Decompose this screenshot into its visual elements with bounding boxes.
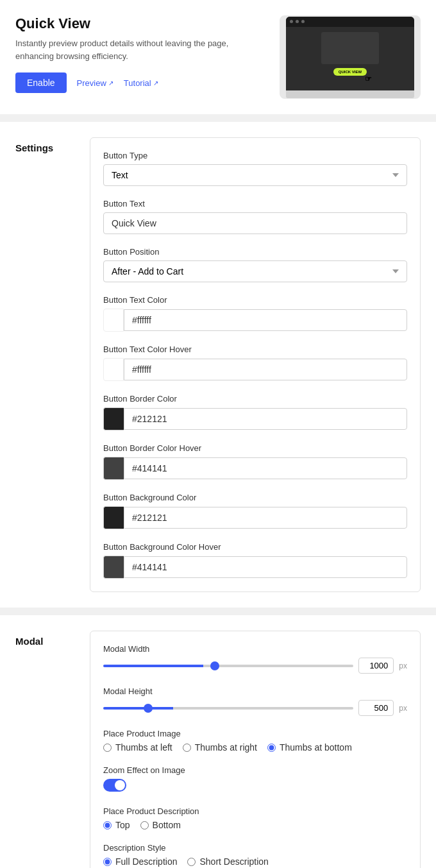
modal-width-value[interactable] [358,658,394,674]
radio-desc-bottom-input[interactable] [140,821,149,830]
radio-thumbs-left-label: Thumbs at left [115,742,172,753]
button-text-color-row [103,309,407,332]
button-border-color-input[interactable] [124,408,407,430]
settings-section-label: Settings [15,137,80,153]
radio-thumbs-bottom-input[interactable] [267,744,276,752]
place-product-desc-radio-group: Top Bottom [103,820,407,830]
radio-thumbs-bottom[interactable]: Thumbs at bottom [267,742,352,753]
place-product-image-label: Place Product Image [103,729,407,738]
radio-full-desc-input[interactable] [103,858,112,866]
button-text-color-hover-row [103,358,407,381]
button-border-color-hover-label: Button Border Color Hover [103,443,407,453]
button-border-color-label: Button Border Color [103,394,407,404]
modal-panel: Modal Width px Modal Height px Place Pro [90,631,421,868]
modal-section: Modal Modal Width px Modal Height px [0,615,436,868]
radio-short-desc-input[interactable] [187,858,196,866]
radio-full-description[interactable]: Full Description [103,856,177,867]
button-type-group: Button Type Text Icon Text + Icon [103,151,407,186]
radio-short-desc-label: Short Description [199,856,268,867]
preview-link[interactable]: Preview ↗ [77,78,113,88]
settings-section: Settings Button Type Text Icon Text + Ic… [0,122,436,608]
button-bg-color-group: Button Background Color [103,493,407,529]
modal-height-value[interactable] [358,700,394,716]
browser-bottom [286,90,414,98]
button-text-color-hover-input[interactable] [124,359,407,380]
hero-description: Instantly preview product details withou… [15,37,269,62]
radio-thumbs-right[interactable]: Thumbs at right [183,742,257,753]
button-text-group: Button Text [103,199,407,234]
radio-desc-top-input[interactable] [103,821,112,830]
modal-height-slider[interactable] [103,707,353,710]
description-style-radio-group: Full Description Short Description [103,856,407,867]
button-bg-color-hover-input[interactable] [124,556,407,578]
description-style-label: Description Style [103,843,407,853]
zoom-effect-toggle[interactable] [103,779,126,792]
radio-thumbs-left-input[interactable] [103,744,112,752]
external-link-icon-2: ↗ [153,80,158,87]
modal-width-slider[interactable] [103,665,353,667]
button-border-color-group: Button Border Color [103,394,407,430]
section-divider-1 [0,114,436,122]
modal-height-unit: px [399,704,407,713]
browser-dot-2 [296,20,299,23]
button-bg-color-hover-row [103,556,407,579]
section-divider-2 [0,608,436,615]
button-type-select[interactable]: Text Icon Text + Icon [103,164,407,186]
button-bg-color-hover-swatch[interactable] [103,556,124,579]
place-product-image-group: Place Product Image Thumbs at left Thumb… [103,729,407,753]
radio-desc-top-label: Top [115,820,130,830]
place-product-desc-label: Place Product Description [103,806,407,816]
button-border-color-hover-swatch[interactable] [103,457,124,480]
button-position-group: Button Position Before - Add to Cart Aft… [103,247,407,282]
tutorial-link-label: Tutorial [124,78,151,88]
zoom-effect-group: Zoom Effect on Image [103,765,407,794]
page-wrapper: Quick View Instantly preview product det… [0,0,436,868]
preview-link-label: Preview [77,78,106,88]
radio-desc-bottom-label: Bottom [153,820,181,830]
radio-thumbs-bottom-label: Thumbs at bottom [280,742,352,753]
modal-width-group: Modal Width px [103,644,407,674]
place-product-image-radio-group: Thumbs at left Thumbs at right Thumbs at… [103,742,407,753]
button-bg-color-hover-group: Button Background Color Hover [103,542,407,579]
radio-thumbs-right-label: Thumbs at right [195,742,257,753]
button-border-color-hover-input[interactable] [124,457,407,479]
modal-width-label: Modal Width [103,644,407,654]
radio-thumbs-right-input[interactable] [183,744,191,752]
button-text-label: Button Text [103,199,407,208]
button-text-color-label: Button Text Color [103,295,407,305]
hero-preview-image: QUICK VIEW ☞ [280,15,421,99]
button-border-color-swatch[interactable] [103,407,124,430]
hero-content: Quick View Instantly preview product det… [15,15,269,93]
modal-height-group: Modal Height px [103,686,407,716]
button-position-label: Button Position [103,247,407,257]
button-text-color-input[interactable] [124,309,407,331]
button-text-input[interactable] [103,212,407,234]
product-image-placeholder [321,32,379,64]
enable-button[interactable]: Enable [15,72,67,93]
browser-content: QUICK VIEW ☞ [286,27,414,90]
radio-full-desc-label: Full Description [115,856,177,867]
modal-height-slider-row: px [103,700,407,716]
hero-actions: Enable Preview ↗ Tutorial ↗ [15,72,269,93]
button-text-color-swatch[interactable] [103,309,124,332]
button-border-color-row [103,407,407,430]
zoom-effect-label: Zoom Effect on Image [103,765,407,775]
button-bg-color-swatch[interactable] [103,506,124,529]
radio-desc-bottom[interactable]: Bottom [140,820,181,830]
button-position-select[interactable]: Before - Add to Cart After - Add to Cart… [103,260,407,282]
button-text-color-hover-group: Button Text Color Hover [103,345,407,381]
browser-dot-1 [290,20,293,23]
hero-title: Quick View [15,15,269,32]
radio-desc-top[interactable]: Top [103,820,130,830]
button-text-color-hover-swatch[interactable] [103,358,124,381]
radio-short-description[interactable]: Short Description [187,856,268,867]
button-bg-color-input[interactable] [124,507,407,529]
button-bg-color-label: Button Background Color [103,493,407,502]
radio-thumbs-left[interactable]: Thumbs at left [103,742,172,753]
button-border-color-hover-row [103,457,407,480]
modal-section-label: Modal [15,631,80,647]
button-bg-color-hover-label: Button Background Color Hover [103,542,407,552]
external-link-icon: ↗ [108,80,113,87]
tutorial-link[interactable]: Tutorial ↗ [124,78,158,88]
modal-height-label: Modal Height [103,686,407,696]
